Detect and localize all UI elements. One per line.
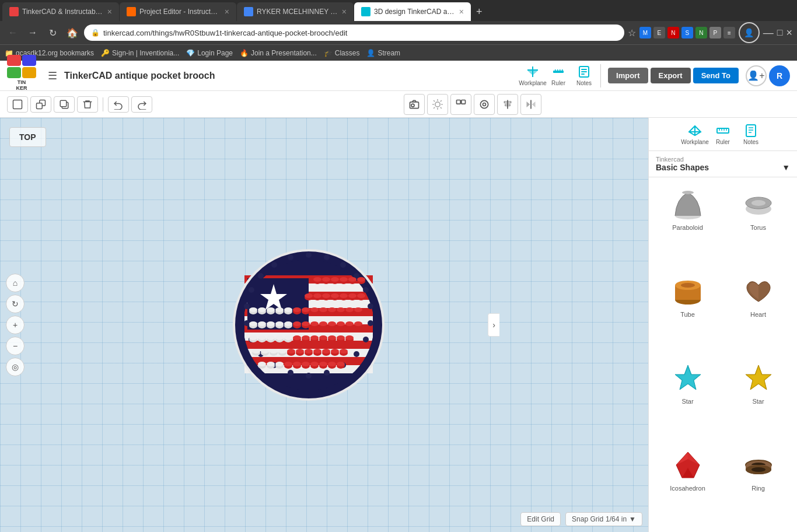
shapes-grid: Paraboloid Torus	[649, 177, 797, 532]
minimize-button[interactable]: —	[763, 27, 774, 39]
snap-grid-control[interactable]: Snap Grid 1/64 in ▼	[565, 512, 642, 526]
ext-icon-5[interactable]: N	[695, 27, 707, 38]
paste-button[interactable]	[30, 96, 51, 113]
ext-icon-7[interactable]: ≡	[723, 27, 735, 38]
bookmark-join[interactable]: 🔥 Join a Presentation...	[240, 49, 317, 57]
new-tab-button[interactable]: +	[471, 6, 487, 18]
notes-icon-btn[interactable]: Notes	[572, 64, 596, 88]
orbit-button[interactable]: ↻	[6, 295, 25, 313]
svg-point-69	[271, 262, 277, 268]
snap-grid-dropdown-icon[interactable]: ▼	[629, 515, 636, 523]
shape-torus[interactable]: Torus	[724, 182, 792, 267]
bookmark-star-icon[interactable]: ☆	[628, 27, 636, 38]
back-button[interactable]: ←	[5, 24, 21, 41]
svg-point-116	[328, 307, 336, 312]
home-button[interactable]: 🏠	[64, 24, 81, 41]
notes-panel-btn[interactable]: Notes	[739, 123, 763, 146]
ruler-panel-label: Ruler	[716, 139, 730, 145]
refresh-button[interactable]: ↻	[44, 24, 61, 41]
forward-button[interactable]: →	[25, 24, 41, 41]
svg-point-98	[249, 307, 257, 312]
new-workplane-button[interactable]	[7, 96, 28, 113]
tab-3[interactable]: RYKER MCELHINNEY - Photo Do... ×	[237, 2, 354, 21]
viewport[interactable]: TOP ⌂ ↻ + − ◎	[0, 118, 648, 532]
paraboloid-icon	[670, 187, 705, 222]
bookmark-login[interactable]: 💎 Login Page	[186, 49, 233, 57]
app-toolbar: TINKERCAD ☰ TinkerCAD antique pocket bro…	[0, 61, 797, 91]
shape-icosahedron[interactable]: Icosahedron	[653, 443, 722, 527]
undo-button[interactable]	[108, 96, 129, 113]
shape-ring[interactable]: Ring	[724, 443, 792, 527]
workplane-panel-btn[interactable]: Workplane	[683, 123, 707, 146]
shape-star-blue[interactable]: Star	[653, 356, 722, 440]
panel-category-selector[interactable]: Basic Shapes ▼	[656, 163, 790, 172]
svg-rect-14	[37, 103, 43, 108]
panel-collapse-arrow[interactable]: ›	[488, 313, 499, 337]
shape-star-yellow[interactable]: Star	[724, 356, 792, 440]
ext-icon-2[interactable]: E	[653, 27, 665, 38]
ext-icon-3[interactable]: N	[667, 27, 679, 38]
tab-3-favicon	[244, 7, 253, 16]
tab-1[interactable]: TinkerCAD & Instructables Jewel... ×	[2, 2, 119, 21]
bookmark-classes[interactable]: 🎓 Classes	[324, 49, 360, 57]
svg-point-57	[354, 351, 359, 357]
svg-point-72	[313, 277, 321, 282]
browser-chrome: TinkerCAD & Instructables Jewel... × Pro…	[0, 0, 797, 61]
svg-point-122	[354, 307, 362, 312]
tube-label: Tube	[680, 311, 695, 318]
heart-icon	[741, 274, 776, 309]
bookmark-signin[interactable]: 🔑 Sign-in | Inventionia...	[101, 49, 179, 57]
tab-2[interactable]: Project Editor - Instructables ×	[120, 2, 236, 21]
ext-icon-6[interactable]: P	[709, 27, 721, 38]
svg-point-142	[328, 321, 336, 326]
shape-tube[interactable]: Tube	[653, 269, 722, 354]
mirror-button[interactable]	[520, 94, 541, 115]
svg-point-180	[278, 349, 286, 354]
align-button[interactable]	[497, 94, 518, 115]
sendto-button[interactable]: Send To	[693, 68, 739, 83]
svg-point-188	[313, 349, 321, 354]
tab-4-close[interactable]: ×	[459, 7, 464, 16]
redo-button[interactable]	[131, 96, 152, 113]
svg-point-138	[310, 321, 319, 326]
svg-rect-224	[746, 125, 756, 136]
user-avatar[interactable]: R	[769, 65, 790, 86]
add-user-button[interactable]: 👤+	[746, 65, 767, 86]
bottom-bar: Edit Grid Snap Grid 1/64 in ▼	[520, 512, 642, 526]
camera-view-button[interactable]	[404, 94, 425, 115]
panel-category-dropdown-icon[interactable]: ▼	[782, 163, 790, 172]
bookmark-stream[interactable]: 👤 Stream	[366, 49, 400, 57]
svg-point-196	[258, 362, 266, 366]
menu-icon[interactable]: ☰	[48, 69, 57, 82]
svg-point-128	[267, 321, 275, 326]
hole-button[interactable]	[474, 94, 495, 115]
shape-paraboloid[interactable]: Paraboloid	[653, 182, 722, 267]
shape-selector-button[interactable]	[450, 94, 471, 115]
zoom-out-button[interactable]: −	[6, 337, 25, 355]
maximize-button[interactable]: □	[777, 27, 783, 38]
ext-icon-4[interactable]: S	[681, 27, 693, 38]
tab-4[interactable]: 3D design TinkerCAD antique p... ×	[354, 2, 471, 21]
svg-point-88	[322, 293, 330, 298]
workplane-icon-btn[interactable]: Workplane	[521, 64, 544, 88]
ruler-panel-btn[interactable]: Ruler	[711, 123, 735, 146]
edit-grid-button[interactable]: Edit Grid	[520, 512, 561, 526]
add-profile-button[interactable]: 👤	[739, 22, 760, 43]
tab-3-close[interactable]: ×	[342, 7, 347, 16]
import-button[interactable]: Import	[608, 68, 648, 83]
close-window-button[interactable]: ×	[786, 27, 792, 39]
export-button[interactable]: Export	[651, 68, 691, 83]
copy-button[interactable]	[54, 96, 75, 113]
zoom-in-button[interactable]: +	[6, 316, 25, 334]
delete-button[interactable]	[77, 96, 98, 113]
tab-2-close[interactable]: ×	[225, 7, 229, 16]
shape-heart[interactable]: Heart	[724, 269, 792, 354]
ext-icon-1[interactable]: M	[639, 27, 651, 38]
ruler-icon-btn[interactable]: Ruler	[547, 64, 570, 88]
home-view-button[interactable]: ⌂	[6, 274, 25, 292]
address-box[interactable]: 🔒 tinkercad.com/things/hwR0Stbuw1t-tinke…	[84, 24, 624, 41]
tab-1-close[interactable]: ×	[107, 7, 112, 16]
light-toggle-button[interactable]	[427, 94, 448, 115]
browser-extensions: M E N S N P ≡	[639, 27, 735, 38]
fit-view-button[interactable]: ◎	[6, 358, 25, 376]
